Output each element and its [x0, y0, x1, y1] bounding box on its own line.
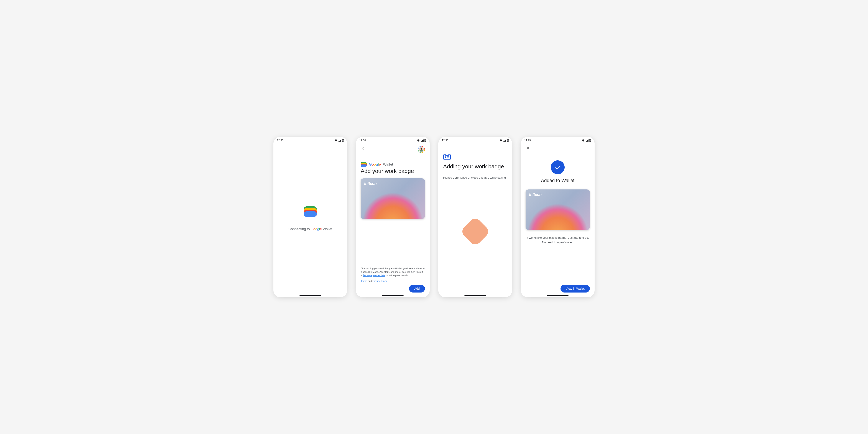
signal-icon [421, 139, 424, 142]
status-time: 12:30 [442, 139, 448, 142]
manage-passes-link[interactable]: Manage passes data [363, 274, 385, 277]
battery-icon [507, 139, 509, 142]
screen-added-success: 11:29 Added to Wallet Initech It works l… [521, 137, 595, 297]
statusbar: 12:30 [438, 137, 512, 143]
connecting-text: Connecting to Google Wallet [288, 227, 332, 231]
close-icon [526, 146, 530, 150]
arrow-left-icon [362, 147, 366, 151]
nav-indicator [300, 295, 321, 296]
page-title: Adding your work badge [443, 163, 507, 170]
loading-spinner-icon [460, 216, 490, 247]
svg-rect-18 [590, 141, 591, 142]
statusbar: 11:29 [521, 137, 595, 143]
back-button[interactable] [361, 146, 367, 153]
brand-row: Google Wallet [361, 162, 425, 167]
google-wordmark: Google [311, 227, 322, 231]
nav-indicator [547, 295, 568, 296]
disclosure-text: After adding your work badge to Wallet, … [361, 267, 425, 283]
badge-card: Initech [526, 189, 590, 230]
wallet-logo-icon [361, 162, 367, 167]
svg-point-13 [445, 156, 446, 158]
wifi-icon [334, 139, 337, 142]
wifi-icon [417, 139, 420, 142]
svg-rect-2 [342, 141, 343, 142]
battery-icon [589, 139, 591, 142]
status-time: 12:30 [359, 139, 366, 142]
wifi-icon [582, 139, 585, 142]
svg-rect-10 [507, 141, 508, 142]
status-icons [417, 139, 426, 142]
nav-indicator [464, 295, 486, 296]
badge-brand: Initech [529, 192, 541, 197]
add-button[interactable]: Add [409, 285, 425, 292]
svg-rect-5 [425, 141, 426, 142]
page-title: Added to Wallet [526, 178, 590, 183]
id-card-icon [443, 154, 507, 161]
svg-rect-14 [447, 156, 450, 157]
close-button[interactable] [526, 145, 531, 152]
status-icons [499, 139, 509, 142]
status-icons [582, 139, 591, 142]
view-in-wallet-button[interactable]: View in Wallet [560, 285, 590, 292]
badge-brand: Initech [364, 181, 377, 186]
signal-icon [338, 139, 341, 142]
signal-icon [586, 139, 589, 142]
success-description: It works like your plastic badge. Just t… [526, 236, 590, 245]
page-title: Add your work badge [361, 168, 425, 175]
svg-rect-15 [447, 158, 449, 158]
wifi-icon [499, 139, 502, 142]
nav-indicator [382, 295, 404, 296]
account-avatar[interactable] [418, 146, 425, 153]
signal-icon [503, 139, 506, 142]
battery-icon [342, 139, 344, 142]
svg-rect-12 [445, 154, 449, 155]
status-time: 12:30 [277, 139, 283, 142]
battery-icon [425, 139, 426, 142]
statusbar: 12:30 [356, 137, 430, 143]
status-time: 11:29 [524, 139, 531, 142]
success-check-icon [551, 160, 565, 174]
google-wordmark: Google [369, 162, 381, 167]
terms-link[interactable]: Terms [361, 280, 367, 282]
status-icons [334, 139, 344, 142]
screen-add-badge: 12:30 Google Wallet Add your wo [356, 137, 430, 297]
statusbar: 12:30 [273, 137, 347, 143]
wallet-word: Wallet [383, 162, 393, 167]
avatar-image [419, 147, 424, 152]
badge-card: Initech [361, 178, 425, 219]
privacy-link[interactable]: Privacy Policy [372, 280, 387, 282]
wallet-logo-icon [304, 206, 317, 217]
screen-connecting: 12:30 Connecting to Google Wallet [273, 137, 347, 297]
screen-adding-progress: 12:30 Adding your work badge Please don'… [438, 137, 512, 297]
